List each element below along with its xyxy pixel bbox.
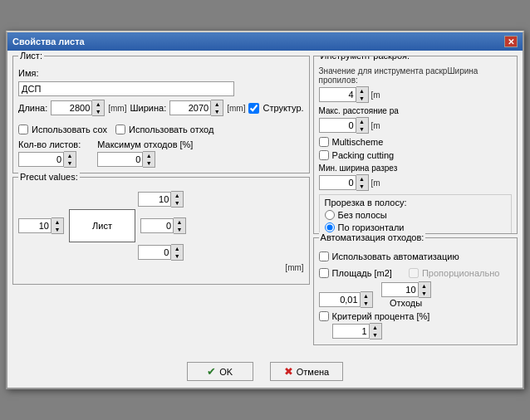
min-cut-unit: [m xyxy=(371,178,380,188)
precut-left-down[interactable]: ▼ xyxy=(52,226,63,233)
max-waste-up-btn[interactable]: ▲ xyxy=(143,152,155,159)
criterion-down-btn[interactable]: ▼ xyxy=(370,331,381,339)
ok-button[interactable]: ✔ OK xyxy=(187,362,253,381)
sheet-group: Лист: Имя: Длина: 2800 ▲ ▼ xyxy=(12,56,310,173)
max-waste-input[interactable] xyxy=(97,152,143,167)
min-cut-up-btn[interactable]: ▲ xyxy=(356,175,368,183)
length-spin: 2800 ▲ ▼ xyxy=(51,100,105,116)
cancel-x-icon: ✖ xyxy=(284,365,293,378)
max-dist-unit: [m xyxy=(371,121,380,130)
length-down-btn[interactable]: ▼ xyxy=(92,108,104,115)
width-up-btn[interactable]: ▲ xyxy=(211,100,223,108)
horizontal-label: По горизонтали xyxy=(338,222,405,232)
precut-sheet-box: Лист xyxy=(69,209,135,242)
use-save-label: Использовать сох xyxy=(32,125,107,134)
precut-left-input[interactable] xyxy=(18,218,52,233)
window-title: Свойства листа xyxy=(12,37,85,46)
saw-down-btn[interactable]: ▼ xyxy=(356,95,368,102)
criterion-input[interactable] xyxy=(332,324,370,339)
precut-sheet-label: Лист xyxy=(92,221,112,231)
struct-checkbox[interactable] xyxy=(248,103,259,114)
max-dist-input[interactable] xyxy=(319,118,356,133)
precut-group-title: Precut values: xyxy=(18,172,80,182)
saw-input[interactable] xyxy=(319,87,356,102)
min-cut-down-btn[interactable]: ▼ xyxy=(356,183,368,190)
proportional-row: Пропорционально xyxy=(409,268,499,278)
area-label: Площадь [m2] xyxy=(332,268,392,278)
use-save-checkbox[interactable] xyxy=(18,125,28,134)
saw-up-btn[interactable]: ▲ xyxy=(356,87,368,95)
criterion-label: Критерий процента [%] xyxy=(332,311,430,321)
use-auto-row: Использовать автоматизацию xyxy=(319,252,512,261)
tool-group-title: Инструмент раскроя: xyxy=(319,56,412,61)
precut-right-input[interactable] xyxy=(140,218,174,233)
multischeme-checkbox[interactable] xyxy=(319,137,329,147)
multischeme-label: Multischeme xyxy=(332,137,384,147)
criterion-checkbox[interactable] xyxy=(319,311,329,321)
cancel-button[interactable]: ✖ Отмена xyxy=(270,362,343,381)
count-input[interactable] xyxy=(18,152,64,167)
precut-right-down[interactable]: ▼ xyxy=(174,226,185,233)
width-label: Ширина: xyxy=(130,103,166,113)
cancel-label: Отмена xyxy=(297,367,329,377)
area-checkbox[interactable] xyxy=(319,268,329,278)
footer: ✔ OK ✖ Отмена xyxy=(7,357,523,388)
proportional-checkbox[interactable] xyxy=(409,268,419,278)
criterion-up-btn[interactable]: ▲ xyxy=(370,324,381,331)
waste-down-btn[interactable]: ▼ xyxy=(419,290,430,297)
min-cut-input[interactable] xyxy=(319,175,356,190)
count-down-btn[interactable]: ▼ xyxy=(64,159,76,167)
waste-section: ▲ ▼ Отходы xyxy=(381,281,431,308)
area-section: Площадь [m2] xyxy=(319,265,392,278)
precut-unit: [mm] xyxy=(285,263,303,272)
precut-top-up[interactable]: ▲ xyxy=(171,192,183,199)
name-row: Имя: xyxy=(18,68,304,78)
min-cut-label: Мин. ширина разрез xyxy=(319,164,398,173)
criterion-section: Критерий процента [%] ▲ ▼ xyxy=(319,311,512,339)
max-dist-up-btn[interactable]: ▲ xyxy=(356,118,368,125)
waste-up-btn[interactable]: ▲ xyxy=(419,282,430,290)
precut-top-down[interactable]: ▼ xyxy=(171,199,183,207)
precut-bottom-input[interactable] xyxy=(138,245,171,260)
ok-check-icon: ✔ xyxy=(207,365,216,378)
max-dist-down-btn[interactable]: ▼ xyxy=(356,125,368,133)
max-waste-label: Максимум отходов [%] xyxy=(97,139,193,149)
area-row: Площадь [m2] xyxy=(319,268,392,278)
width-spin: 2070 ▲ ▼ xyxy=(169,100,223,116)
precut-bottom-down[interactable]: ▼ xyxy=(171,252,183,260)
proportional-label: Пропорционально xyxy=(422,268,499,278)
precut-bottom-up[interactable]: ▲ xyxy=(171,245,183,252)
width-down-btn[interactable]: ▼ xyxy=(211,108,223,115)
no-strip-radio[interactable] xyxy=(325,210,335,220)
proportional-section: Пропорционально xyxy=(409,265,499,278)
waste-auto-group: Автоматизация отходов: Использовать авто… xyxy=(313,237,518,345)
ok-label: OK xyxy=(219,367,233,377)
length-input[interactable]: 2800 xyxy=(51,100,92,115)
use-auto-label: Использовать автоматизацию xyxy=(332,252,459,261)
packing-cutting-checkbox[interactable] xyxy=(319,150,329,160)
packing-cutting-label: Packing cutting xyxy=(332,150,395,160)
precut-left-up[interactable]: ▲ xyxy=(52,218,63,226)
use-auto-checkbox[interactable] xyxy=(319,252,329,261)
length-up-btn[interactable]: ▲ xyxy=(92,100,104,108)
area-input[interactable] xyxy=(319,292,361,307)
waste-value-input[interactable] xyxy=(381,282,419,297)
precut-top-input[interactable] xyxy=(138,192,171,207)
use-waste-checkbox[interactable] xyxy=(115,125,125,134)
horizontal-radio[interactable] xyxy=(325,222,335,232)
width-input[interactable]: 2070 xyxy=(169,100,211,115)
area-up-btn[interactable]: ▲ xyxy=(361,292,372,300)
max-waste-down-btn[interactable]: ▼ xyxy=(143,159,155,167)
precut-group: Precut values: ▲ ▼ xyxy=(12,177,310,285)
waste-label: Отходы xyxy=(390,298,422,308)
min-cut-label-row: Мин. ширина разрез xyxy=(319,164,512,173)
name-input[interactable] xyxy=(18,81,234,96)
count-up-btn[interactable]: ▲ xyxy=(64,152,76,159)
main-window: Свойства листа ✕ Лист: Имя: Длина: 2800 xyxy=(6,31,524,389)
precut-right-up[interactable]: ▲ xyxy=(174,218,185,226)
use-waste-label: Использовать отход xyxy=(129,125,213,134)
area-down-btn[interactable]: ▼ xyxy=(361,300,372,307)
close-button[interactable]: ✕ xyxy=(504,36,518,47)
saw-label: Значение для инструмента раскрШирина про… xyxy=(319,66,478,85)
saw-unit: [m xyxy=(371,90,380,100)
